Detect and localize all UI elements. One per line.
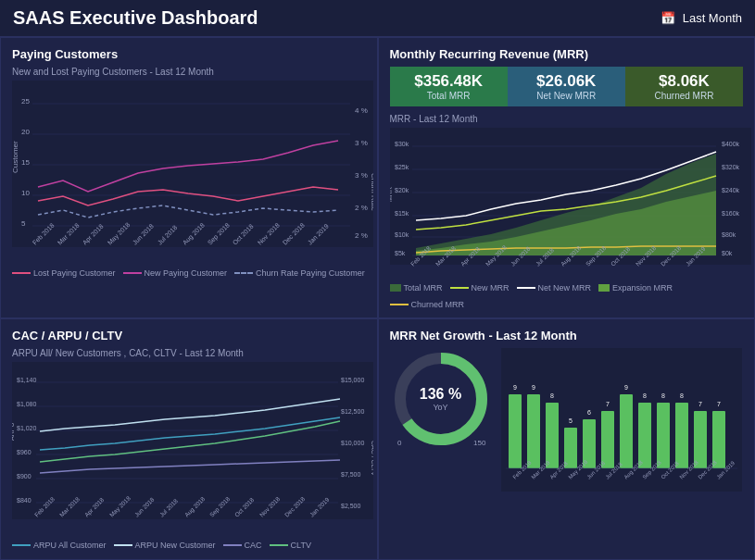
mrr-growth-bars: 9 9 8 5 6 7 [501,348,744,509]
legend-net-new-mrr: Net New MRR [517,283,592,292]
page-title: SAAS Executive Dashboard [13,7,258,29]
legend-new: New Paying Customer [123,268,228,278]
svg-text:7: 7 [717,401,721,407]
svg-text:CAC / CLTV: CAC / CLTV [371,441,373,476]
cac-chart: $1,140 $1,080 $1,020 $960 $900 $840 $15,… [12,362,366,537]
mrr-net-label: Net New MRR [511,91,622,101]
svg-text:$1,140: $1,140 [17,377,37,383]
legend-expansion-mrr: Expansion MRR [598,283,673,292]
cac-legend: ARPU All Customer ARPU New Customer CAC … [12,541,366,550]
svg-text:$7,500: $7,500 [341,471,361,478]
svg-rect-120 [675,403,688,468]
main-grid: Paying Customers New and Lost Paying Cus… [0,37,755,560]
svg-text:6: 6 [587,409,591,416]
svg-text:5: 5 [21,219,26,228]
svg-text:150: 150 [473,439,486,447]
legend-total-mrr: Total MRR [390,283,443,292]
legend-arpu-new: ARPU New Customer [114,541,216,550]
legend-churn: Churn Rate Paying Customer [234,268,365,278]
mrr-net-kpi: $26.06K Net New MRR [508,67,625,106]
svg-text:$12,500: $12,500 [341,408,364,415]
donut-chart: 0 150 136 % YoY [390,348,492,450]
svg-text:$15,000: $15,000 [341,377,364,383]
svg-rect-124 [712,411,725,468]
legend-cltv: CLTV [270,541,311,550]
svg-rect-0 [12,81,373,247]
svg-text:$1,020: $1,020 [17,425,37,431]
mrr-growth-title: MRR Net Growth - Last 12 Month [390,329,744,342]
header-right: 📅 Last Month [661,11,742,25]
svg-text:8: 8 [550,392,554,399]
svg-text:MRR: MRR [390,187,393,202]
svg-text:$960: $960 [17,449,31,455]
legend-lost: Lost Paying Customer [12,268,116,278]
paying-customers-subtitle: New and Lost Paying Customers - Last 12 … [12,67,366,77]
svg-text:8: 8 [680,392,684,399]
period-label[interactable]: Last Month [683,11,742,25]
svg-text:3 %: 3 % [355,171,368,180]
svg-text:$10,000: $10,000 [341,440,364,446]
svg-text:8: 8 [643,392,647,399]
svg-text:$240k: $240k [722,187,740,193]
mrr-total-kpi: $356.48K Total MRR [390,67,508,106]
svg-text:$840: $840 [17,497,31,504]
svg-rect-65 [12,362,373,519]
svg-rect-102 [509,394,522,468]
header: SAAS Executive Dashboard 📅 Last Month [0,0,755,37]
svg-text:10: 10 [21,189,30,197]
mrr-legend: Total MRR New MRR Net New MRR Expansion … [390,283,744,309]
svg-text:$320k: $320k [722,164,740,170]
legend-cac: CAC [223,541,262,550]
svg-text:$2,500: $2,500 [341,503,361,509]
donut-label: 136 % YoY [420,386,461,412]
svg-text:9: 9 [624,384,628,391]
cac-panel: CAC / ARPU / CLTV ARPU All/ New Customer… [0,318,378,560]
svg-text:5: 5 [569,417,573,424]
svg-text:$160k: $160k [722,210,740,217]
mrr-kpi-row: $356.48K Total MRR $26.06K Net New MRR $… [390,67,744,106]
svg-text:Total MRR: Total MRR [750,202,751,232]
legend-new-mrr: New MRR [450,283,510,292]
svg-text:Churn Rate: Churn Rate [370,173,373,211]
svg-rect-112 [601,411,614,468]
svg-text:Customer: Customer [12,141,19,173]
svg-text:2 %: 2 % [355,204,368,212]
mrr-churned-kpi: $8.06K Churned MRR [625,67,743,106]
mrr-growth-panel: MRR Net Growth - Last 12 Month 0 150 136… [378,318,756,560]
svg-rect-118 [657,403,670,468]
calendar-icon: 📅 [661,11,675,25]
svg-text:ARPU: ARPU [12,423,15,441]
paying-customers-title: Paying Customers [12,47,366,61]
svg-rect-106 [546,403,559,468]
svg-text:25: 25 [21,97,30,106]
paying-customers-legend: Lost Paying Customer New Paying Customer… [12,268,366,278]
mrr-growth-content: 0 150 136 % YoY 9 [390,348,744,509]
svg-text:$25k: $25k [395,164,409,170]
svg-text:$1,080: $1,080 [17,401,37,407]
svg-text:2 %: 2 % [355,231,368,240]
svg-text:9: 9 [532,384,535,391]
svg-text:9: 9 [513,384,517,391]
mrr-total-value: $356.48K [394,72,504,91]
donut-sub: YoY [420,403,461,412]
svg-rect-114 [620,394,633,468]
svg-text:8: 8 [661,392,665,399]
legend-arpu-all: ARPU All Customer [12,541,107,550]
svg-text:$5k: $5k [395,250,406,256]
paying-customers-chart: 25 20 15 10 5 Customer 4 % 3 % 3 % 2 % 2… [12,81,366,265]
paying-customers-panel: Paying Customers New and Lost Paying Cus… [0,37,378,318]
svg-text:$900: $900 [17,473,31,479]
svg-rect-104 [527,394,540,468]
svg-text:$15k: $15k [395,210,409,217]
mrr-total-label: Total MRR [394,91,504,101]
mrr-chart: $30k $25k $20k $15k $10k $5k $400k $320k… [390,128,744,280]
svg-text:3 %: 3 % [355,139,368,147]
svg-rect-122 [694,411,707,468]
svg-text:7: 7 [606,401,610,407]
mrr-chart-title: MRR - Last 12 Month [390,114,744,124]
legend-churned-mrr: Churned MRR [390,300,465,309]
svg-text:15: 15 [21,158,30,167]
mrr-net-value: $26.06K [511,72,622,91]
svg-text:$20k: $20k [395,187,409,193]
svg-text:20: 20 [21,128,30,136]
